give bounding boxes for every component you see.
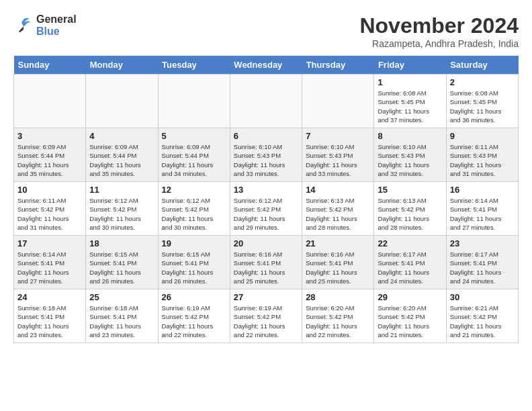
- calendar-day-18: 18Sunrise: 6:15 AM Sunset: 5:41 PM Dayli…: [86, 236, 158, 289]
- calendar-day-26: 26Sunrise: 6:19 AM Sunset: 5:42 PM Dayli…: [158, 289, 230, 343]
- calendar-day-5: 5Sunrise: 6:09 AM Sunset: 5:44 PM Daylig…: [158, 128, 230, 182]
- day-info: Sunrise: 6:09 AM Sunset: 5:44 PM Dayligh…: [89, 142, 154, 178]
- day-number: 25: [89, 292, 154, 302]
- day-info: Sunrise: 6:16 AM Sunset: 5:41 PM Dayligh…: [306, 250, 370, 285]
- day-number: 29: [378, 292, 442, 302]
- calendar-day-12: 12Sunrise: 6:12 AM Sunset: 5:42 PM Dayli…: [158, 182, 230, 236]
- day-info: Sunrise: 6:15 AM Sunset: 5:41 PM Dayligh…: [89, 250, 154, 285]
- day-info: Sunrise: 6:19 AM Sunset: 5:42 PM Dayligh…: [162, 304, 226, 339]
- day-number: 7: [306, 131, 370, 141]
- day-number: 18: [89, 238, 154, 248]
- day-info: Sunrise: 6:10 AM Sunset: 5:43 PM Dayligh…: [234, 142, 298, 178]
- day-info: Sunrise: 6:11 AM Sunset: 5:43 PM Dayligh…: [450, 142, 515, 178]
- location: Razampeta, Andhra Pradesh, India: [359, 38, 519, 49]
- calendar-day-29: 29Sunrise: 6:20 AM Sunset: 5:42 PM Dayli…: [374, 289, 446, 343]
- calendar-day-19: 19Sunrise: 6:15 AM Sunset: 5:41 PM Dayli…: [158, 236, 230, 289]
- calendar-day-9: 9Sunrise: 6:11 AM Sunset: 5:43 PM Daylig…: [446, 128, 518, 182]
- day-number: 21: [306, 238, 370, 248]
- calendar-week-2: 3Sunrise: 6:09 AM Sunset: 5:44 PM Daylig…: [14, 128, 519, 182]
- calendar-week-3: 10Sunrise: 6:11 AM Sunset: 5:42 PM Dayli…: [14, 182, 519, 236]
- day-number: 11: [89, 185, 154, 195]
- calendar-day-4: 4Sunrise: 6:09 AM Sunset: 5:44 PM Daylig…: [86, 128, 158, 182]
- calendar-day-23: 23Sunrise: 6:17 AM Sunset: 5:41 PM Dayli…: [446, 236, 518, 289]
- day-number: 13: [234, 185, 298, 195]
- calendar-day-28: 28Sunrise: 6:20 AM Sunset: 5:42 PM Dayli…: [302, 289, 374, 343]
- day-number: 16: [450, 185, 515, 195]
- day-info: Sunrise: 6:10 AM Sunset: 5:43 PM Dayligh…: [378, 142, 442, 178]
- page-header: General Blue November 2024 Razampeta, An…: [13, 13, 519, 49]
- calendar-day-empty: [230, 75, 302, 128]
- weekday-header-thursday: Thursday: [302, 56, 374, 75]
- day-info: Sunrise: 6:08 AM Sunset: 5:45 PM Dayligh…: [450, 89, 515, 124]
- calendar-day-24: 24Sunrise: 6:18 AM Sunset: 5:41 PM Dayli…: [14, 289, 86, 343]
- day-info: Sunrise: 6:12 AM Sunset: 5:42 PM Dayligh…: [89, 196, 154, 232]
- day-info: Sunrise: 6:18 AM Sunset: 5:41 PM Dayligh…: [89, 304, 154, 339]
- weekday-header-tuesday: Tuesday: [158, 56, 230, 75]
- day-info: Sunrise: 6:15 AM Sunset: 5:41 PM Dayligh…: [162, 250, 226, 285]
- day-info: Sunrise: 6:14 AM Sunset: 5:41 PM Dayligh…: [17, 250, 82, 285]
- calendar-day-6: 6Sunrise: 6:10 AM Sunset: 5:43 PM Daylig…: [230, 128, 302, 182]
- day-info: Sunrise: 6:20 AM Sunset: 5:42 PM Dayligh…: [306, 304, 370, 339]
- day-number: 14: [306, 185, 370, 195]
- calendar-day-27: 27Sunrise: 6:19 AM Sunset: 5:42 PM Dayli…: [230, 289, 302, 343]
- day-info: Sunrise: 6:08 AM Sunset: 5:45 PM Dayligh…: [378, 89, 442, 124]
- day-number: 20: [234, 238, 298, 248]
- calendar-day-30: 30Sunrise: 6:21 AM Sunset: 5:42 PM Dayli…: [446, 289, 518, 343]
- calendar-day-2: 2Sunrise: 6:08 AM Sunset: 5:45 PM Daylig…: [446, 75, 518, 128]
- day-number: 30: [450, 292, 515, 302]
- day-info: Sunrise: 6:12 AM Sunset: 5:42 PM Dayligh…: [162, 196, 226, 232]
- day-number: 15: [378, 185, 442, 195]
- calendar-day-11: 11Sunrise: 6:12 AM Sunset: 5:42 PM Dayli…: [86, 182, 158, 236]
- day-info: Sunrise: 6:13 AM Sunset: 5:42 PM Dayligh…: [306, 196, 370, 232]
- day-info: Sunrise: 6:09 AM Sunset: 5:44 PM Dayligh…: [17, 142, 82, 178]
- calendar-day-21: 21Sunrise: 6:16 AM Sunset: 5:41 PM Dayli…: [302, 236, 374, 289]
- weekday-header-row: SundayMondayTuesdayWednesdayThursdayFrid…: [14, 56, 519, 75]
- logo: General Blue: [13, 13, 77, 37]
- day-number: 22: [378, 238, 442, 248]
- month-title: November 2024: [359, 13, 519, 38]
- calendar-day-15: 15Sunrise: 6:13 AM Sunset: 5:42 PM Dayli…: [374, 182, 446, 236]
- day-info: Sunrise: 6:11 AM Sunset: 5:42 PM Dayligh…: [17, 196, 82, 232]
- day-number: 1: [378, 77, 442, 87]
- calendar-day-16: 16Sunrise: 6:14 AM Sunset: 5:41 PM Dayli…: [446, 182, 518, 236]
- day-number: 26: [162, 292, 226, 302]
- day-info: Sunrise: 6:21 AM Sunset: 5:42 PM Dayligh…: [450, 304, 515, 339]
- calendar-day-20: 20Sunrise: 6:16 AM Sunset: 5:41 PM Dayli…: [230, 236, 302, 289]
- calendar-day-10: 10Sunrise: 6:11 AM Sunset: 5:42 PM Dayli…: [14, 182, 86, 236]
- day-number: 17: [17, 238, 82, 248]
- logo-icon: [13, 15, 34, 36]
- day-info: Sunrise: 6:10 AM Sunset: 5:43 PM Dayligh…: [306, 142, 370, 178]
- calendar-day-3: 3Sunrise: 6:09 AM Sunset: 5:44 PM Daylig…: [14, 128, 86, 182]
- weekday-header-wednesday: Wednesday: [230, 56, 302, 75]
- day-number: 24: [17, 292, 82, 302]
- day-info: Sunrise: 6:17 AM Sunset: 5:41 PM Dayligh…: [378, 250, 442, 285]
- calendar-day-1: 1Sunrise: 6:08 AM Sunset: 5:45 PM Daylig…: [374, 75, 446, 128]
- calendar-day-25: 25Sunrise: 6:18 AM Sunset: 5:41 PM Dayli…: [86, 289, 158, 343]
- day-info: Sunrise: 6:09 AM Sunset: 5:44 PM Dayligh…: [162, 142, 226, 178]
- day-info: Sunrise: 6:14 AM Sunset: 5:41 PM Dayligh…: [450, 196, 515, 232]
- calendar-day-17: 17Sunrise: 6:14 AM Sunset: 5:41 PM Dayli…: [14, 236, 86, 289]
- day-number: 8: [378, 131, 442, 141]
- day-info: Sunrise: 6:18 AM Sunset: 5:41 PM Dayligh…: [17, 304, 82, 339]
- day-number: 3: [17, 131, 82, 141]
- calendar-day-7: 7Sunrise: 6:10 AM Sunset: 5:43 PM Daylig…: [302, 128, 374, 182]
- logo-line2: Blue: [36, 26, 77, 38]
- day-number: 23: [450, 238, 515, 248]
- weekday-header-friday: Friday: [374, 56, 446, 75]
- calendar-day-8: 8Sunrise: 6:10 AM Sunset: 5:43 PM Daylig…: [374, 128, 446, 182]
- calendar-day-empty: [14, 75, 86, 128]
- weekday-header-saturday: Saturday: [446, 56, 518, 75]
- day-number: 19: [162, 238, 226, 248]
- title-section: November 2024 Razampeta, Andhra Pradesh,…: [359, 13, 519, 49]
- day-info: Sunrise: 6:19 AM Sunset: 5:42 PM Dayligh…: [234, 304, 298, 339]
- day-info: Sunrise: 6:12 AM Sunset: 5:42 PM Dayligh…: [234, 196, 298, 232]
- calendar-day-13: 13Sunrise: 6:12 AM Sunset: 5:42 PM Dayli…: [230, 182, 302, 236]
- day-number: 5: [162, 131, 226, 141]
- logo-line1: General: [36, 13, 77, 26]
- weekday-header-monday: Monday: [86, 56, 158, 75]
- day-info: Sunrise: 6:16 AM Sunset: 5:41 PM Dayligh…: [234, 250, 298, 285]
- calendar-week-4: 17Sunrise: 6:14 AM Sunset: 5:41 PM Dayli…: [14, 236, 519, 289]
- calendar-day-empty: [158, 75, 230, 128]
- day-number: 6: [234, 131, 298, 141]
- calendar-day-14: 14Sunrise: 6:13 AM Sunset: 5:42 PM Dayli…: [302, 182, 374, 236]
